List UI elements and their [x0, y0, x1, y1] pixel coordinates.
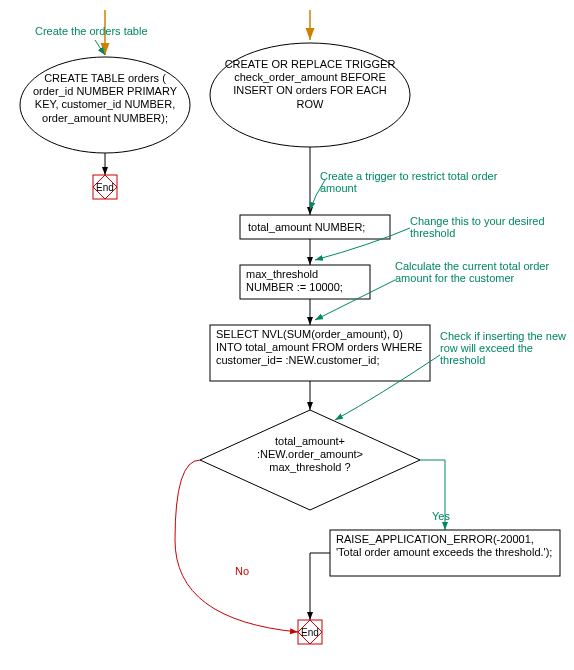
text-end1: End	[96, 182, 114, 193]
text-end2: End	[301, 627, 319, 638]
text-select: SELECT NVL(SUM(order_amount), 0) INTO to…	[216, 328, 424, 368]
text-create-table: CREATE TABLE orders ( order_id NUMBER PR…	[30, 72, 180, 125]
annotation-arrow-create-table	[95, 40, 105, 55]
text-raise-error: RAISE_APPLICATION_ERROR(-20001, 'Total o…	[336, 533, 554, 559]
text-total-amount-decl: total_amount NUMBER;	[248, 221, 365, 233]
node-end-2: End	[298, 620, 322, 644]
text-max-threshold: max_threshold NUMBER := 10000;	[246, 268, 366, 294]
annotation-create-table: Create the orders table	[35, 25, 148, 37]
annotation-calc: Calculate the current total order amount…	[395, 260, 565, 284]
text-decision: total_amount+ :NEW.order_amount> max_thr…	[240, 435, 380, 475]
label-no: No	[235, 565, 249, 577]
annotation-check: Check if inserting the new row will exce…	[440, 330, 570, 366]
node-end-1: End	[93, 175, 117, 199]
text-trigger: CREATE OR REPLACE TRIGGER check_order_am…	[222, 58, 398, 111]
arrow-raise-to-end	[310, 553, 330, 620]
annotation-create-trigger: Create a trigger to restrict total order…	[320, 170, 500, 194]
annotation-threshold: Change this to your desired threshold	[410, 215, 560, 239]
label-yes: Yes	[432, 510, 450, 522]
